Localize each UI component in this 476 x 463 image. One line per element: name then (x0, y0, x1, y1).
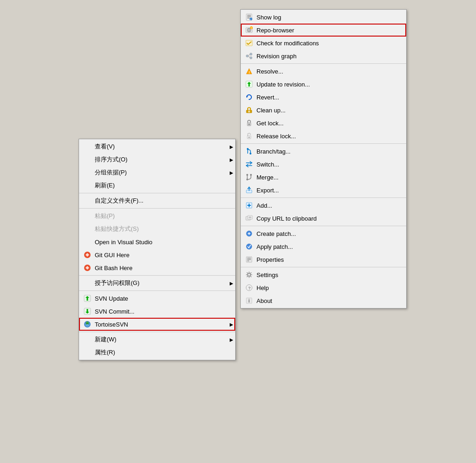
copy-url-icon (244, 214, 254, 223)
menu-item-merge[interactable]: Merge... (241, 171, 406, 184)
svg-point-40 (246, 179, 248, 180)
paste-icon (83, 211, 92, 221)
separator (79, 275, 235, 276)
menu-item-new[interactable]: 新建(W) ▶ (79, 333, 235, 346)
apply-patch-icon (244, 242, 254, 251)
menu-item-customize[interactable]: 自定义文件夹(F)... (79, 194, 235, 207)
repo-browser-icon (244, 25, 254, 35)
open-vs-icon (83, 237, 92, 247)
help-icon: ? (244, 283, 254, 292)
svn-update-icon (83, 294, 92, 303)
menu-item-branch-tag[interactable]: Branch/tag... (241, 145, 406, 158)
create-patch-icon (244, 229, 254, 238)
customize-icon (83, 196, 92, 205)
branch-tag-icon (244, 147, 254, 156)
menu-item-help[interactable]: ? Help (241, 281, 406, 294)
svg-point-19 (246, 55, 249, 57)
svg-point-38 (246, 174, 248, 176)
menu-item-apply-patch[interactable]: Apply patch... (241, 240, 406, 253)
menu-item-cleanup[interactable]: Clean up... (241, 104, 406, 117)
menu-item-view[interactable]: 查看(V) ▶ (79, 140, 235, 153)
menu-item-svn-commit[interactable]: SVN Commit... (79, 305, 235, 318)
svg-point-33 (249, 137, 250, 138)
separator (79, 332, 235, 332)
group-icon (83, 168, 92, 177)
left-context-menu: 查看(V) ▶ 排序方式(O) ▶ 分组依据(P) ▶ 刷新(E) 自定义文件夹… (79, 139, 236, 360)
svg-point-21 (250, 57, 252, 59)
menu-item-repo-browser[interactable]: Repo-browser (241, 24, 406, 37)
export-icon (244, 185, 254, 195)
menu-item-paste-shortcut[interactable]: 粘贴快捷方式(S) (79, 222, 235, 235)
menu-item-switch[interactable]: Switch... (241, 158, 406, 171)
settings-icon (244, 270, 254, 279)
separator (241, 63, 406, 64)
menu-item-create-patch[interactable]: Create patch... (241, 227, 406, 240)
revert-icon (244, 93, 254, 102)
svg-point-37 (250, 153, 251, 154)
menu-item-paste[interactable]: 粘贴(P) (79, 210, 235, 222)
view-icon (83, 142, 92, 151)
about-icon: i (244, 296, 254, 305)
menu-item-properties-svn[interactable]: Properties (241, 253, 406, 266)
menu-item-refresh[interactable]: 刷新(E) (79, 179, 235, 192)
svg-text:i: i (249, 298, 250, 303)
right-context-menu: i Show log Repo-browser Ch (240, 9, 407, 309)
refresh-icon (83, 181, 92, 190)
menu-item-get-lock[interactable]: Get lock... (241, 117, 406, 130)
svg-line-22 (249, 55, 250, 56)
menu-item-revert[interactable]: Revert... (241, 91, 406, 104)
grant-access-icon (83, 278, 92, 288)
separator (241, 267, 406, 267)
menu-item-export[interactable]: Export... (241, 184, 406, 197)
svg-point-36 (247, 148, 249, 150)
separator (241, 143, 406, 144)
menu-item-resolve[interactable]: ! Resolve... (241, 65, 406, 78)
separator (241, 226, 406, 226)
menu-item-group[interactable]: 分组依据(P) ▶ (79, 166, 235, 179)
menu-item-release-lock[interactable]: Release lock... (241, 130, 406, 142)
svn-commit-icon (83, 307, 92, 316)
menu-item-show-log[interactable]: i Show log (241, 11, 406, 24)
svg-text:i: i (250, 19, 251, 21)
menu-item-svn-update[interactable]: SVN Update (79, 292, 235, 305)
resolve-icon: ! (244, 67, 254, 76)
merge-icon (244, 173, 254, 182)
add-icon (244, 201, 254, 210)
menu-item-tortoisesvn[interactable]: TortoiseSVN ▶ (79, 318, 235, 331)
release-lock-icon (244, 131, 254, 141)
menu-item-check-modifications[interactable]: Check for modifications (241, 37, 406, 49)
separator (241, 198, 406, 198)
menu-item-revision-graph[interactable]: Revision graph (241, 49, 406, 62)
menu-item-update-revision[interactable]: Update to revision... (241, 78, 406, 91)
separator (79, 208, 235, 209)
menu-item-add[interactable]: Add... (241, 199, 406, 212)
new-icon (83, 335, 92, 344)
svg-rect-46 (248, 216, 252, 219)
svg-point-52 (246, 244, 252, 249)
svg-point-39 (250, 174, 252, 176)
properties-icon (83, 348, 92, 357)
svg-point-20 (250, 53, 252, 56)
properties-svn-icon (244, 255, 254, 264)
menu-item-properties[interactable]: 属性(R) (79, 346, 235, 359)
menu-item-settings[interactable]: Settings (241, 268, 406, 281)
menu-item-open-vs[interactable]: Open in Visual Studio (79, 235, 235, 248)
cleanup-icon (244, 105, 254, 115)
separator (79, 290, 235, 291)
svg-point-31 (249, 124, 250, 125)
tortoise-icon (83, 320, 92, 329)
svg-text:!: ! (249, 70, 250, 74)
switch-icon (244, 160, 254, 169)
menu-item-grant-access[interactable]: 授予访问权限(G) ▶ (79, 277, 235, 290)
menu-item-git-bash[interactable]: Git Bash Here (79, 261, 235, 274)
menu-item-copy-url[interactable]: Copy URL to clipboard (241, 212, 406, 225)
get-lock-icon (244, 118, 254, 128)
git-gui-icon (83, 250, 92, 259)
revision-graph-icon (244, 51, 254, 61)
menu-item-git-gui[interactable]: Git GUI Here (79, 248, 235, 261)
check-modifications-icon (244, 38, 254, 48)
menu-item-about[interactable]: i About (241, 294, 406, 307)
separator (79, 193, 235, 193)
menu-item-sort[interactable]: 排序方式(O) ▶ (79, 153, 235, 166)
update-revision-icon (244, 80, 254, 89)
